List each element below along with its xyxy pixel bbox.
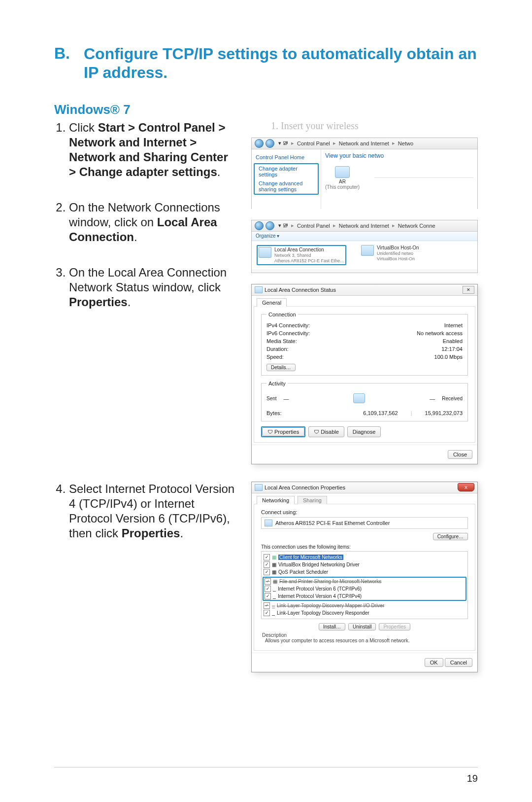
properties-button-label: Properties (274, 429, 299, 435)
breadcrumb-bar: ▾ 🖳 ▸ Control Panel ▸ Network and Intern… (252, 138, 477, 149)
sent-label: Sent (266, 396, 277, 401)
network-icon (255, 286, 263, 293)
checkbox-icon[interactable]: ✓ (264, 569, 270, 575)
list-item-label: File and Printer Sharing for Microsoft N… (279, 579, 381, 584)
computer-icon (335, 166, 350, 178)
list-item[interactable]: ✓▦ Client for Microsoft Networks (264, 554, 466, 561)
forward-icon[interactable] (266, 221, 274, 230)
ok-button[interactable]: OK (425, 658, 443, 667)
media-value: Enabled (443, 338, 463, 344)
list-item-label: QoS Packet Scheduler (278, 569, 328, 575)
step-3: On the Local Area Connection Network Sta… (69, 265, 236, 310)
step-2: On the Network Connections window, click… (69, 200, 236, 244)
step-4-bold: Properties (122, 526, 180, 540)
ipv4-label: IPv4 Connectivity: (266, 322, 310, 328)
disable-button[interactable]: 🛡 Disable (308, 426, 344, 437)
sidebar-item-change-adapter[interactable]: Change adapter settings (255, 164, 318, 179)
conn-lac-title: Local Area Connection (274, 247, 344, 253)
forward-icon[interactable] (266, 139, 274, 148)
list-item[interactable]: ✓▦ VirtualBox Bridged Networking Driver (264, 561, 466, 568)
adapter-box: Atheros AR8152 PCI-E Fast Ethernet Contr… (261, 517, 468, 529)
sidebar-item-advanced-sharing[interactable]: Change advanced sharing settings (255, 179, 318, 194)
list-item-label: Internet Protocol Version 4 (TCP/IPv4) (278, 593, 362, 599)
tab-general[interactable]: General (257, 298, 287, 307)
duration-value: 12:17:04 (441, 346, 463, 352)
description-head: Description (262, 632, 467, 638)
item-properties-button[interactable]: Properties (379, 623, 410, 630)
duration-label: Duration: (266, 346, 289, 352)
close-icon[interactable]: X (458, 483, 474, 491)
list-item[interactable]: ✓⎯ Link-Layer Topology Discovery Mapper … (264, 602, 466, 609)
list-item[interactable]: ✓⎯ Link-Layer Topology Discovery Respond… (264, 609, 466, 617)
list-item-label: Internet Protocol Version 6 (TCP/IPv6) (278, 586, 362, 592)
details-button[interactable]: Details… (266, 364, 296, 371)
lan-icon (259, 247, 271, 258)
configure-button[interactable]: Configure… (433, 533, 468, 540)
list-item[interactable]: ✓▦ QoS Packet Scheduler (264, 568, 466, 576)
dlg-status-title: Local Area Connection Status (265, 287, 336, 293)
breadcrumb-cp[interactable]: Control Panel (297, 140, 330, 146)
ipv6-label: IPv6 Connectivity: (266, 330, 310, 336)
list-item[interactable]: ✓▦ File and Printer Sharing for Microsof… (265, 578, 465, 585)
tab-networking[interactable]: Networking (257, 496, 295, 504)
speed-value: 100.0 Mbps (434, 354, 463, 360)
step-1-suffix: . (217, 165, 221, 178)
checkbox-icon[interactable]: ✓ (264, 602, 270, 609)
conn-lac-adapter: Atheros AR8152 PCI-E Fast Ethe… (274, 258, 344, 264)
uninstall-button[interactable]: Uninstall (348, 623, 376, 630)
step-1: Click Start > Control Panel > Network an… (69, 120, 236, 179)
sidebar-head: Control Panel Home (252, 152, 321, 162)
close-icon[interactable]: ✕ (463, 286, 474, 294)
node-sub: (This computer) (325, 184, 360, 190)
back-icon[interactable] (255, 221, 264, 230)
screenshot-network-connections: ▾ 🖳 ▸ Control Panel ▸ Network and Intern… (251, 220, 478, 273)
list-item-ipv4[interactable]: ✓⎯ Internet Protocol Version 4 (TCP/IPv4… (265, 593, 465, 600)
breadcrumb-tail: Netwo (398, 140, 413, 146)
list-item-ipv6[interactable]: ✓⎯ Internet Protocol Version 6 (TCP/IPv6… (265, 585, 465, 593)
step-4: Select Internet Protocol Version 4 (TCP/… (69, 482, 236, 541)
breadcrumb-net[interactable]: Network and Internet (339, 140, 389, 146)
vbox-icon (361, 245, 374, 256)
checkbox-icon[interactable]: ✓ (265, 578, 271, 585)
back-icon[interactable] (255, 139, 264, 148)
step-3-suffix: . (128, 295, 131, 309)
bytes-label: Bytes: (266, 410, 282, 416)
components-listbox[interactable]: ✓▦ Client for Microsoft Networks ✓▦ Virt… (261, 551, 468, 619)
node-label: AR (325, 179, 360, 184)
pane-title: View your basic netwo (325, 152, 473, 159)
properties-button[interactable]: 🛡 Properties (262, 427, 304, 436)
ipv4-value: Internet (444, 322, 463, 328)
step-1-prefix: Click (69, 121, 98, 134)
adapter-icon (265, 520, 272, 526)
tab-sharing[interactable]: Sharing (298, 496, 327, 504)
fieldset-connection: Connection IPv4 Connectivity:Internet IP… (261, 312, 468, 376)
connection-local-area[interactable]: Local Area Connection Network 3, Shared … (259, 247, 344, 264)
list-item-label: Link-Layer Topology Discovery Responder (277, 610, 369, 616)
ghost-text: 1. Insert your wireless (251, 120, 478, 132)
checkbox-icon[interactable]: ✓ (264, 610, 270, 616)
received-label: Received (442, 396, 463, 401)
step-3-prefix: On the Local Area Connection Network Sta… (69, 266, 227, 294)
checkbox-icon[interactable]: ✓ (265, 586, 271, 592)
media-label: Media State: (266, 338, 297, 344)
diagnose-button[interactable]: Diagnose (347, 426, 381, 437)
cancel-button[interactable]: Cancel (445, 658, 472, 667)
step-2-suffix: . (134, 230, 137, 244)
close-button[interactable]: Close (448, 450, 472, 459)
list-item-label: Client for Microsoft Networks (278, 555, 343, 560)
network-icon (255, 484, 263, 491)
organize-bar[interactable]: Organize ▾ (252, 232, 477, 241)
breadcrumb-cp2[interactable]: Control Panel (297, 223, 330, 229)
checkbox-icon[interactable]: ✓ (265, 593, 271, 599)
disable-button-label: Disable (321, 429, 339, 435)
checkbox-icon[interactable]: ✓ (264, 554, 270, 560)
step-3-bold: Properties (69, 295, 128, 309)
screenshot-change-adapter: ▾ 🖳 ▸ Control Panel ▸ Network and Intern… (251, 138, 478, 209)
legend-connection: Connection (266, 312, 298, 317)
breadcrumb-ni2[interactable]: Network and Internet (339, 223, 389, 229)
connection-virtualbox[interactable]: VirtualBox Host-On Unidentified netwo Vi… (361, 245, 419, 266)
install-button[interactable]: Install… (319, 623, 345, 630)
checkbox-icon[interactable]: ✓ (264, 561, 270, 568)
list-item-label: VirtualBox Bridged Networking Driver (278, 562, 360, 567)
page-rule (54, 767, 478, 767)
